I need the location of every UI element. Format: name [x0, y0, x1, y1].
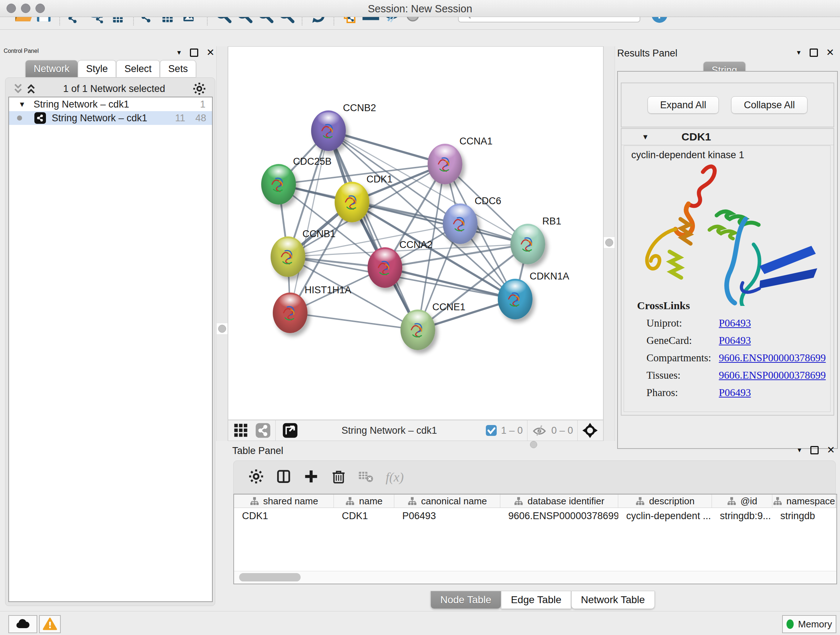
results-panel-collapse-icon[interactable]: ▼ — [796, 49, 802, 57]
network-options-gear-icon[interactable] — [193, 82, 206, 96]
table-row[interactable]: CDK1CDK1P064939606.ENSP00000378699cyclin… — [234, 508, 836, 524]
control-panel-close-icon[interactable]: ✕ — [206, 48, 215, 57]
export-view-icon[interactable] — [282, 423, 298, 439]
tab-style[interactable]: Style — [78, 60, 116, 77]
results-panel-float-icon[interactable] — [810, 49, 818, 57]
crosslink-link[interactable]: P06493 — [719, 334, 751, 347]
column-header-name[interactable]: name — [334, 494, 394, 508]
crosslink-label: Pharos: — [646, 386, 719, 399]
table-cell[interactable]: cyclin-dependent ... — [618, 508, 712, 524]
tab-network-table[interactable]: Network Table — [571, 591, 655, 609]
node-CCNA2[interactable] — [368, 247, 402, 288]
node-CCNE1[interactable] — [401, 310, 435, 350]
birds-eye-grid-icon[interactable] — [233, 423, 248, 438]
network-canvas[interactable]: CCNB2CCNA1CDC25BCDK1CDC6RB1CCNB1CCNA2CDK… — [228, 46, 603, 420]
memory-button[interactable]: Memory — [782, 615, 836, 633]
column-header-description[interactable]: description — [618, 494, 712, 508]
crosslink-link[interactable]: 9606.ENSP00000378699 — [719, 352, 826, 364]
tab-node-table[interactable]: Node Table — [431, 591, 501, 609]
selected-checkbox-icon[interactable] — [486, 425, 497, 436]
control-panel-float-icon[interactable] — [190, 49, 198, 57]
column-header-label: description — [649, 496, 695, 507]
network-selection-status: 1 of 1 Network selected — [36, 83, 193, 95]
results-panel-close-icon[interactable]: ✕ — [826, 48, 834, 57]
table-cell[interactable]: P06493 — [394, 508, 500, 524]
node-CCNB1[interactable] — [271, 236, 305, 277]
table-cell[interactable]: CDK1 — [234, 508, 334, 524]
column-header-namespace[interactable]: namespace — [772, 494, 836, 508]
node-RB1[interactable] — [510, 224, 545, 264]
node-HIST1H1A[interactable] — [273, 293, 308, 333]
table-cell[interactable]: 9606.ENSP00000378699 — [500, 508, 618, 524]
tab-network[interactable]: Network — [25, 60, 78, 77]
node-label-CCNA1: CCNA1 — [459, 136, 493, 147]
column-header-database-identifier[interactable]: database identifier — [500, 494, 618, 508]
table-panel-float-icon[interactable] — [810, 446, 819, 454]
node-CCNA1[interactable] — [428, 144, 462, 184]
column-type-icon — [407, 496, 417, 506]
table-cell[interactable]: stringdb:9... — [712, 508, 772, 524]
crosslink-link[interactable]: P06493 — [719, 317, 751, 329]
table-panel-title: Table Panel — [232, 445, 283, 456]
tab-sets[interactable]: Sets — [160, 60, 196, 77]
table-panel-close-icon[interactable]: ✕ — [827, 445, 835, 455]
crosslink-row: GeneCard: P06493 — [637, 334, 826, 347]
tab-select[interactable]: Select — [116, 60, 160, 77]
expand-all-button[interactable]: Expand All — [647, 96, 719, 114]
memory-label: Memory — [798, 619, 832, 630]
left-splitter[interactable] — [216, 46, 228, 441]
network-overview-icon[interactable] — [255, 423, 271, 439]
node-label-CDK1: CDK1 — [366, 174, 393, 185]
left-splitter-handle[interactable] — [217, 323, 227, 334]
column-type-icon — [249, 496, 259, 506]
table-horizontal-scrollbar[interactable] — [234, 571, 836, 584]
table-panel-collapse-icon[interactable]: ▼ — [797, 447, 803, 454]
column-header-shared-name[interactable]: shared name — [234, 494, 334, 508]
crosslink-link[interactable]: 9606.ENSP00000378699 — [719, 369, 826, 381]
delete-column-trash-icon[interactable] — [331, 469, 347, 486]
create-column-plus-icon[interactable] — [303, 469, 319, 486]
entry-description: cyclin-dependent kinase 1 — [631, 149, 830, 161]
column-header-label: shared name — [264, 496, 318, 507]
warnings-button[interactable] — [39, 615, 61, 633]
right-splitter-handle[interactable] — [604, 237, 615, 248]
collapse-all-button[interactable]: Collapse All — [731, 96, 807, 114]
show-columns-icon[interactable] — [276, 469, 292, 486]
cloud-button[interactable] — [8, 615, 37, 633]
right-splitter[interactable] — [603, 46, 615, 441]
tab-edge-table[interactable]: Edge Table — [501, 591, 571, 609]
scrollbar-thumb[interactable] — [239, 573, 301, 581]
node-label-CCNB1: CCNB1 — [302, 228, 336, 240]
table-options-gear-icon[interactable] — [248, 469, 264, 486]
expand-all-chevron-icon[interactable] — [27, 82, 36, 95]
collapse-all-chevron-icon[interactable] — [13, 82, 23, 95]
entry-expander-triangle-icon[interactable]: ▼ — [642, 133, 649, 141]
protein-structure-image — [626, 161, 829, 306]
node-CCNB2[interactable] — [311, 111, 346, 151]
column-header-label: name — [359, 496, 382, 507]
table-cell[interactable]: CDK1 — [334, 508, 394, 524]
cloud-icon — [15, 616, 31, 632]
result-entry-header[interactable]: ▼ CDK1 — [622, 129, 834, 145]
network-name: String Network – cdk1 — [52, 112, 147, 124]
results-button-row: Expand All Collapse All — [621, 82, 834, 127]
node-CDC25B[interactable] — [261, 164, 296, 204]
node-CDC6[interactable] — [443, 203, 477, 244]
control-panel-collapse-icon[interactable]: ▼ — [176, 49, 182, 57]
expander-triangle-icon[interactable]: ▼ — [19, 100, 26, 109]
network-collection-row[interactable]: ▼ String Network – cdk1 1 — [9, 97, 212, 111]
fit-selected-crosshair-icon[interactable] — [582, 423, 598, 439]
node-CDKN1A[interactable] — [498, 279, 532, 319]
crosslink-link[interactable]: P06493 — [719, 386, 751, 399]
node-CDK1[interactable] — [335, 182, 369, 222]
column-header-canonical-name[interactable]: canonical name — [394, 494, 500, 508]
node-table[interactable]: shared namenamecanonical namedatabase id… — [233, 494, 837, 584]
table-header-row: shared namenamecanonical namedatabase id… — [234, 494, 836, 508]
table-cell[interactable]: stringdb — [772, 508, 836, 524]
column-header-label: namespace — [786, 496, 835, 507]
window-title: Session: New Session — [0, 3, 840, 15]
column-header--id[interactable]: @id — [712, 494, 772, 508]
control-panel-title: Control Panel — [4, 48, 39, 54]
network-row[interactable]: String Network – cdk1 11 48 — [9, 111, 212, 125]
node-label-CCNE1: CCNE1 — [432, 302, 466, 313]
